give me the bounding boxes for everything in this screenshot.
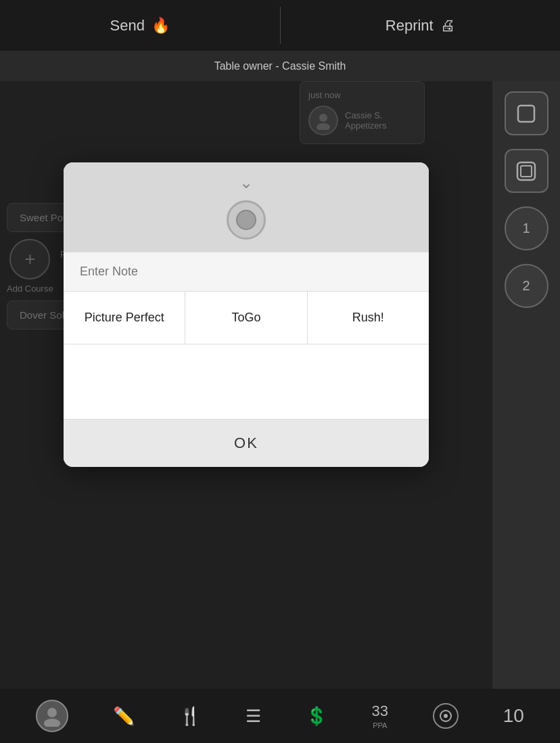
svg-point-6 <box>44 719 60 727</box>
user-avatar <box>36 700 68 732</box>
main-content: just now Cassie S. Appetizers <box>0 81 560 689</box>
order-icon: ✏️ <box>113 706 135 727</box>
note-input[interactable] <box>80 265 413 279</box>
payment-icon: 💲 <box>306 706 327 727</box>
nav-order-button[interactable]: ✏️ <box>113 706 135 727</box>
nav-circle-button[interactable] <box>433 703 459 729</box>
chevron-down-icon: ⌄ <box>239 175 253 191</box>
svg-point-5 <box>47 708 57 717</box>
ok-button[interactable]: OK <box>64 419 429 467</box>
header: Send 🔥 Reprint 🖨 <box>0 0 560 51</box>
modal-overlay: ⌄ Picture Perfect ToGo Rush! <box>0 81 492 689</box>
sidebar-icon-1[interactable] <box>505 91 549 135</box>
nav-menu-button[interactable]: 🍴 <box>179 706 201 727</box>
modal-handle-area: ⌄ <box>64 162 429 252</box>
svg-rect-2 <box>518 106 534 122</box>
nav-ppa-button[interactable]: 33 PPA <box>371 702 388 729</box>
modal-note-area <box>64 252 429 292</box>
nav-payment-button[interactable]: 💲 <box>306 706 327 727</box>
reprint-button[interactable]: Reprint 🖨 <box>281 0 561 51</box>
ppa-label: PPA <box>373 721 387 729</box>
nav-avatar-item[interactable] <box>36 700 68 732</box>
rush-button[interactable]: Rush! <box>308 292 429 344</box>
table-owner-label: Table owner - Cassie Smith <box>214 60 346 72</box>
right-sidebar: 1 2 <box>492 81 560 689</box>
send-label: Send <box>110 17 145 35</box>
svg-rect-3 <box>517 162 535 180</box>
table-number: 10 <box>503 705 524 727</box>
togo-button[interactable]: ToGo <box>185 292 307 344</box>
svg-point-8 <box>444 714 448 718</box>
fire-icon: 🔥 <box>151 17 170 35</box>
menu-icon: 🍴 <box>179 706 201 727</box>
send-button[interactable]: Send 🔥 <box>0 0 280 51</box>
reprint-icon: 🖨 <box>440 17 455 35</box>
reprint-label: Reprint <box>386 17 434 35</box>
modal-circle-inner <box>236 210 256 230</box>
note-modal: ⌄ Picture Perfect ToGo Rush! <box>64 162 429 467</box>
sidebar-icon-2[interactable] <box>505 149 549 193</box>
ppa-number: 33 <box>371 702 388 720</box>
ticket-icon: ☰ <box>246 706 261 727</box>
bottom-nav: ✏️ 🍴 ☰ 💲 33 PPA 10 <box>0 689 560 743</box>
modal-empty-area <box>64 344 429 419</box>
circle-icon <box>433 703 459 729</box>
modal-options: Picture Perfect ToGo Rush! <box>64 292 429 344</box>
sidebar-number-1: 1 <box>522 221 530 236</box>
modal-circle <box>227 200 266 240</box>
svg-rect-4 <box>521 166 532 177</box>
nav-ticket-button[interactable]: ☰ <box>246 706 261 727</box>
table-owner-bar: Table owner - Cassie Smith <box>0 51 560 81</box>
sidebar-number-2-button[interactable]: 2 <box>505 264 549 308</box>
picture-perfect-button[interactable]: Picture Perfect <box>64 292 185 344</box>
sidebar-number-2: 2 <box>522 278 530 294</box>
sidebar-number-1-button[interactable]: 1 <box>505 206 549 250</box>
nav-table-number[interactable]: 10 <box>503 705 524 727</box>
